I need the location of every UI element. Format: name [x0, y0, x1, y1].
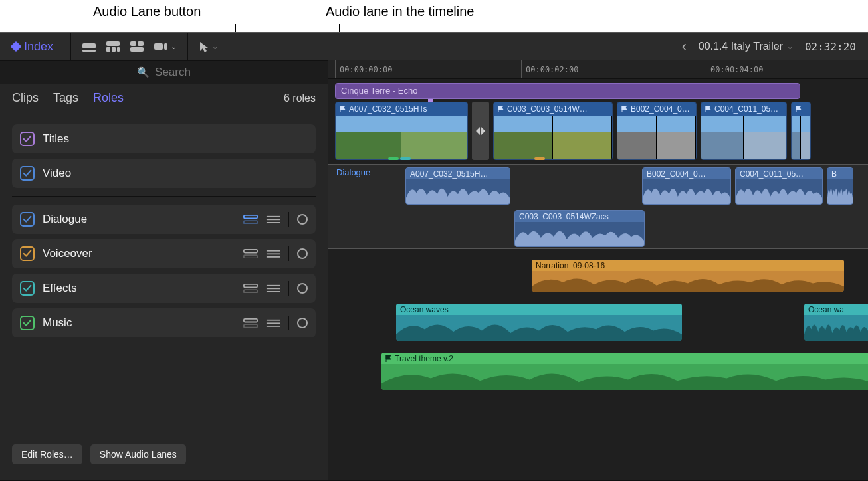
audio-clip-music[interactable]: Travel theme v.2: [381, 353, 868, 390]
tab-clips[interactable]: Clips: [12, 91, 39, 105]
svg-rect-26: [244, 319, 257, 322]
search-placeholder: Search: [155, 66, 191, 79]
timecode-display[interactable]: 02:32:20: [805, 41, 856, 53]
focus-button[interactable]: [297, 283, 308, 294]
svg-rect-0: [82, 43, 96, 48]
timeline[interactable]: 00:00:00:0000:00:02:0000:00:04:00 Cinque…: [328, 60, 868, 480]
index-tabs: Clips Tags Roles 6 roles: [0, 84, 328, 112]
role-row-video[interactable]: Video: [12, 159, 316, 188]
subroles-button[interactable]: [266, 214, 280, 225]
audio-clip[interactable]: C004_C011_05…: [735, 167, 823, 205]
svg-rect-9: [154, 43, 163, 50]
video-clip[interactable]: A007_C032_0515HTs: [335, 102, 468, 160]
video-clip[interactable]: C004_C011_05…: [701, 102, 787, 160]
audio-clip[interactable]: B002_C004_0…: [642, 167, 731, 205]
video-clip[interactable]: [791, 102, 811, 160]
role-name: Voiceover: [43, 247, 92, 260]
audio-clip-voiceover[interactable]: Narration_09-08-16: [532, 260, 844, 292]
subroles-button[interactable]: [266, 248, 280, 259]
audio-lane-button[interactable]: [243, 214, 258, 225]
search-field[interactable]: 🔍 Search: [0, 60, 328, 84]
focus-button[interactable]: [297, 214, 308, 225]
ruler-tick: 00:00:00:00: [335, 60, 392, 78]
audio-clip[interactable]: B: [827, 167, 853, 205]
svg-rect-6: [130, 41, 136, 46]
app-frame: Index ⌄ ⌄ ‹ 00.1.4 Italy Trailer ⌄ 02:32…: [0, 32, 868, 481]
roles-count: 6 roles: [284, 92, 316, 104]
annotation-area: Audio Lane button Audio lane in the time…: [0, 0, 868, 32]
subroles-button[interactable]: [266, 318, 280, 328]
keyword-marker[interactable]: [400, 157, 411, 160]
role-checkbox[interactable]: [20, 212, 35, 227]
clip-label: Ocean wa: [804, 304, 868, 315]
chevron-down-icon: ⌄: [212, 43, 218, 51]
clip-label: Narration_09-08-16: [532, 260, 844, 271]
transition-icon[interactable]: [472, 102, 489, 160]
clip-view-1-icon[interactable]: [82, 41, 96, 52]
keyword-marker[interactable]: [534, 157, 545, 160]
svg-rect-21: [244, 284, 257, 288]
clip-view-4-icon: [154, 41, 168, 52]
audio-clip-effects[interactable]: Ocean waves: [396, 304, 682, 341]
title-clip[interactable]: Cinque Terre - Echo: [335, 83, 800, 99]
clip-label: A007_C032_0515H…: [406, 168, 510, 179]
role-name: Dialogue: [43, 213, 87, 226]
svg-rect-1: [82, 50, 96, 52]
svg-rect-11: [244, 215, 257, 219]
audio-lane-button[interactable]: [243, 283, 258, 294]
role-checkbox[interactable]: [20, 166, 35, 181]
tracks-area: Cinque Terre - EchoA007_C032_0515HTsC003…: [328, 79, 868, 480]
audio-clip[interactable]: A007_C032_0515H…: [405, 167, 510, 205]
svg-rect-4: [112, 47, 116, 52]
video-clip[interactable]: B002_C004_0…: [617, 102, 697, 160]
time-ruler[interactable]: 00:00:00:0000:00:02:0000:00:04:00: [328, 60, 868, 79]
svg-rect-7: [138, 41, 144, 46]
svg-rect-12: [244, 221, 257, 224]
role-checkbox[interactable]: [20, 316, 35, 330]
role-name: Music: [43, 316, 72, 330]
clip-view-3-icon[interactable]: [130, 41, 144, 52]
audio-clip[interactable]: C003_C003_0514WZacs: [514, 210, 645, 247]
focus-button[interactable]: [297, 248, 308, 259]
timeline-back-button[interactable]: ‹: [681, 38, 686, 55]
show-audio-lanes-button[interactable]: Show Audio Lanes: [90, 444, 186, 464]
index-button[interactable]: Index: [0, 33, 70, 60]
ruler-tick: 00:00:04:00: [706, 60, 763, 78]
svg-rect-17: [244, 255, 257, 258]
tab-tags[interactable]: Tags: [53, 91, 78, 105]
role-row-dialogue[interactable]: Dialogue: [12, 205, 316, 234]
video-clip[interactable]: C003_C003_0514W…: [493, 102, 613, 160]
svg-rect-2: [106, 41, 120, 46]
keyword-marker[interactable]: [388, 157, 399, 160]
clip-view-menu[interactable]: ⌄: [154, 41, 177, 52]
search-icon: 🔍: [137, 66, 150, 78]
annotation-lane-timeline: Audio lane in the timeline: [326, 4, 474, 19]
role-checkbox[interactable]: [20, 246, 35, 261]
clip-view-2-icon[interactable]: [106, 41, 120, 52]
edit-roles-button[interactable]: Edit Roles…: [12, 444, 82, 464]
audio-lane-button[interactable]: [243, 248, 258, 259]
lane-label: Dialogue: [336, 167, 370, 177]
tool-menu[interactable]: ⌄: [188, 41, 229, 52]
clip-label: [792, 102, 810, 116]
clip-label: A007_C032_0515HTs: [336, 102, 467, 116]
subroles-button[interactable]: [266, 283, 280, 294]
role-checkbox[interactable]: [20, 281, 35, 296]
tab-roles[interactable]: Roles: [93, 91, 124, 105]
svg-rect-8: [130, 47, 144, 52]
role-row-effects[interactable]: Effects: [12, 274, 316, 303]
audio-lane-button[interactable]: [243, 318, 258, 328]
audio-clip-effects[interactable]: Ocean wa: [804, 304, 868, 341]
focus-button[interactable]: [297, 318, 308, 328]
role-row-music[interactable]: Music: [12, 308, 316, 337]
project-name: 00.1.4 Italy Trailer: [699, 41, 783, 52]
project-menu[interactable]: 00.1.4 Italy Trailer ⌄: [699, 41, 793, 52]
dialogue-audio-lane: DialogueA007_C032_0515H…B002_C004_0…C004…: [328, 164, 868, 249]
role-row-voiceover[interactable]: Voiceover: [12, 239, 316, 268]
svg-rect-22: [244, 290, 257, 293]
clip-label: C003_C003_0514WZacs: [515, 211, 644, 222]
annotation-lane-button: Audio Lane button: [93, 4, 201, 19]
svg-rect-3: [106, 47, 110, 52]
role-checkbox[interactable]: [20, 132, 35, 146]
role-row-titles[interactable]: Titles: [12, 124, 316, 153]
